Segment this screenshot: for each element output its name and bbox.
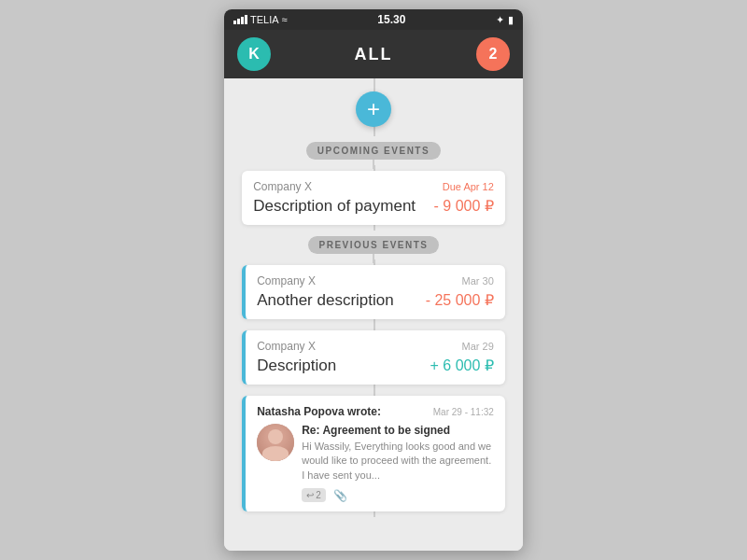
previous-event-card-2[interactable]: Company X Mar 29 Description + 6 000 ₽ [242, 330, 505, 385]
wifi-icon: ≈ [282, 14, 288, 25]
app-header: K ALL 2 [224, 30, 523, 78]
signal-bars-icon [233, 15, 247, 24]
previous-events-label: PREVIOUS EVENTS [224, 236, 523, 254]
event-description: Description of payment [253, 197, 416, 216]
status-bar: TELIA ≈ 15.30 ✦ ▮ [224, 9, 523, 30]
carrier-name: TELIA [250, 14, 279, 25]
message-item[interactable]: Natasha Popova wrote: Mar 29 - 11:32 Re:… [242, 396, 505, 511]
reply-count: 2 [316, 490, 321, 500]
add-event-button[interactable]: + [356, 91, 391, 127]
avatar-image [257, 424, 294, 461]
battery-icon: ▮ [508, 14, 514, 26]
previous-event-card[interactable]: Company X Mar 30 Another description - 2… [242, 265, 505, 319]
company-name: Company X [253, 180, 312, 193]
card-header: Company X Mar 29 [257, 340, 494, 353]
upcoming-event-card[interactable]: Company X Due Apr 12 Description of paym… [242, 171, 505, 225]
due-date: Due Apr 12 [443, 181, 494, 192]
message-card[interactable]: Natasha Popova wrote: Mar 29 - 11:32 Re:… [242, 396, 505, 511]
event-description: Description [257, 357, 336, 375]
list-item[interactable]: Company X Mar 30 Another description - 2… [242, 265, 505, 319]
attachment-icon: 📎 [333, 489, 347, 502]
event-amount: - 25 000 ₽ [426, 291, 494, 309]
page-title: ALL [355, 45, 393, 64]
user-avatar[interactable]: K [237, 37, 271, 71]
card-body: Description of payment - 9 000 ₽ [253, 197, 494, 216]
message-author: Natasha Popova wrote: [257, 405, 381, 418]
bluetooth-icon: ✦ [496, 14, 504, 26]
status-time: 15.30 [377, 13, 405, 26]
phone-frame: TELIA ≈ 15.30 ✦ ▮ K ALL 2 + UPCOMING EVE… [224, 9, 523, 551]
card-body: Description + 6 000 ₽ [257, 357, 494, 375]
message-subject: Re: Agreement to be signed [302, 424, 494, 437]
reply-icon: ↩ [306, 490, 314, 500]
list-item[interactable]: Company X Due Apr 12 Description of paym… [242, 171, 505, 225]
main-content: + UPCOMING EVENTS Company X Due Apr 12 D… [224, 78, 523, 551]
card-body: Another description - 25 000 ₽ [257, 291, 494, 310]
event-amount: + 6 000 ₽ [430, 357, 494, 374]
message-text: Re: Agreement to be signed Hi Wassily, E… [302, 424, 494, 483]
carrier-signal: TELIA ≈ [233, 14, 288, 25]
message-body: Re: Agreement to be signed Hi Wassily, E… [257, 424, 494, 483]
event-description: Another description [257, 291, 393, 310]
sender-avatar [257, 424, 294, 461]
event-amount: - 9 000 ₽ [434, 197, 494, 215]
list-item[interactable]: Company X Mar 29 Description + 6 000 ₽ [242, 330, 505, 385]
message-header: Natasha Popova wrote: Mar 29 - 11:32 [257, 405, 494, 418]
event-date: Mar 30 [462, 275, 494, 287]
add-button-container: + [356, 78, 391, 136]
message-date: Mar 29 - 11:32 [433, 407, 494, 417]
company-name: Company X [257, 340, 316, 353]
reply-count-badge: ↩ 2 [302, 488, 326, 502]
company-name: Company X [257, 274, 316, 287]
upcoming-events-label: UPCOMING EVENTS [224, 142, 523, 160]
notification-badge[interactable]: 2 [476, 37, 510, 71]
event-date: Mar 29 [462, 341, 494, 352]
previous-events-list: Company X Mar 30 Another description - 2… [224, 259, 523, 517]
upcoming-events-list: Company X Due Apr 12 Description of paym… [224, 165, 523, 231]
status-right: ✦ ▮ [496, 14, 514, 26]
card-header: Company X Mar 30 [257, 274, 494, 287]
message-footer: ↩ 2 📎 [257, 488, 494, 502]
card-header: Company X Due Apr 12 [253, 180, 494, 193]
message-preview: Hi Wassily, Everything looks good and we… [302, 440, 494, 483]
